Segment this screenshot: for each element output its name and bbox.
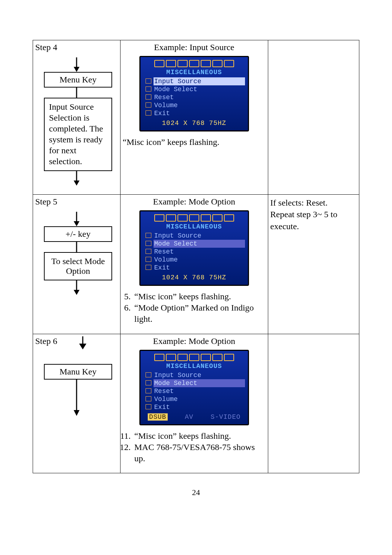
osd-item: Volume — [154, 101, 245, 109]
osd-item: Exit — [154, 109, 245, 117]
svg-marker-11 — [79, 344, 86, 349]
svg-marker-13 — [74, 410, 79, 416]
osd-item: Mode Select — [154, 379, 245, 387]
osd-item: Volume — [154, 395, 245, 403]
osd-item: Input Source — [154, 77, 245, 85]
arrow-down-icon — [55, 280, 98, 295]
osd-item: Volume — [154, 256, 245, 264]
note-item: “Mode Option” Marked on Indigo light. — [133, 302, 266, 325]
osd-status: 1024 X 768 75HZ — [143, 274, 245, 281]
action-description: To select Mode Option — [44, 252, 112, 280]
osd-item: Reset — [154, 93, 245, 101]
note-item: “Misc icon” keeps flashing. — [133, 430, 266, 442]
osd-screenshot: MISCELLANEOUS Input Source Mode Select R… — [139, 350, 249, 425]
osd-icon-bar — [143, 214, 245, 222]
svg-marker-1 — [74, 67, 79, 72]
osd-item: Exit — [154, 403, 245, 411]
arrow-down-icon — [55, 212, 98, 226]
action-box: Manu Key — [44, 364, 112, 380]
svg-marker-9 — [74, 290, 79, 295]
osd-item: Exit — [154, 264, 245, 272]
step-label: Step 5 — [35, 197, 118, 207]
action-box: Menu Key — [44, 72, 112, 88]
step-row: Step 5 +/- key To select Mode Option Exa… — [33, 195, 359, 334]
flow-column: Step 4 Menu Key Input Source Selection i… — [35, 42, 118, 186]
step-row: Step 6 Manu Key Example: Mode Option MIS… — [33, 334, 359, 473]
note-item: “Misc icon” keeps flashing. — [133, 291, 266, 302]
example-notes: “Misc icon” keeps flashing. “Mode Option… — [124, 291, 266, 325]
osd-item: Reset — [154, 387, 245, 395]
osd-menu: Input Source Mode Select Reset Volume Ex… — [143, 77, 245, 117]
osd-menu: Input Source Mode Select Reset Volume Ex… — [143, 232, 245, 272]
osd-title: MISCELLANEOUS — [143, 223, 245, 230]
flow-column: Step 5 +/- key To select Mode Option — [35, 197, 118, 295]
example-title: Example: Input Source — [123, 42, 266, 52]
step-label: Step 6 — [35, 336, 57, 346]
osd-status: 1024 X 768 75HZ — [143, 119, 245, 127]
osd-item: Mode Select — [154, 85, 245, 93]
svg-marker-6 — [74, 221, 79, 226]
example-title: Example: Mode Option — [123, 197, 266, 207]
arrow-down-icon — [55, 242, 98, 252]
page-number: 24 — [33, 488, 359, 497]
osd-item: Mode Select — [154, 240, 245, 248]
example-caption: “Misc icon” keeps flashing. — [123, 137, 266, 148]
osd-title: MISCELLANEOUS — [143, 69, 245, 76]
osd-icon-bar — [143, 59, 245, 68]
step-row: Step 4 Menu Key Input Source Selection i… — [33, 40, 359, 195]
osd-status-token: DSUB — [148, 413, 168, 421]
arrow-down-icon — [55, 380, 98, 416]
side-note: If selects: Reset. Repeat step 3~ 5 to e… — [270, 197, 357, 232]
osd-icon-bar — [143, 353, 245, 362]
osd-menu: Input Source Mode Select Reset Volume Ex… — [143, 371, 245, 411]
osd-status-token: AV — [185, 413, 193, 421]
osd-item: Input Source — [154, 232, 245, 240]
osd-status: DSUB AV S-VIDEO — [143, 413, 245, 421]
note-item: MAC 768-75/VESA768-75 shows up. — [133, 442, 266, 464]
action-box: +/- key — [44, 226, 112, 242]
svg-marker-4 — [74, 181, 79, 186]
arrow-down-icon — [68, 336, 97, 349]
osd-screenshot: MISCELLANEOUS Input Source Mode Select R… — [139, 210, 249, 286]
flow-column: Step 6 Manu Key — [35, 336, 118, 416]
manual-page: Step 4 Menu Key Input Source Selection i… — [0, 0, 392, 497]
arrow-down-icon — [55, 57, 98, 72]
step-label: Step 4 — [35, 42, 118, 52]
osd-title: MISCELLANEOUS — [143, 362, 245, 370]
arrow-down-icon — [55, 88, 98, 98]
example-notes: “Misc icon” keeps flashing. MAC 768-75/V… — [124, 430, 266, 465]
steps-table: Step 4 Menu Key Input Source Selection i… — [33, 40, 359, 473]
osd-item: Input Source — [154, 371, 245, 379]
osd-screenshot: MISCELLANEOUS Input Source Mode Select R… — [139, 56, 249, 131]
arrow-down-icon — [55, 171, 98, 186]
example-title: Example: Mode Option — [123, 336, 266, 346]
osd-item: Reset — [154, 248, 245, 256]
action-description: Input Source Selection is completed. The… — [44, 98, 112, 171]
osd-status-token: S-VIDEO — [211, 413, 241, 421]
